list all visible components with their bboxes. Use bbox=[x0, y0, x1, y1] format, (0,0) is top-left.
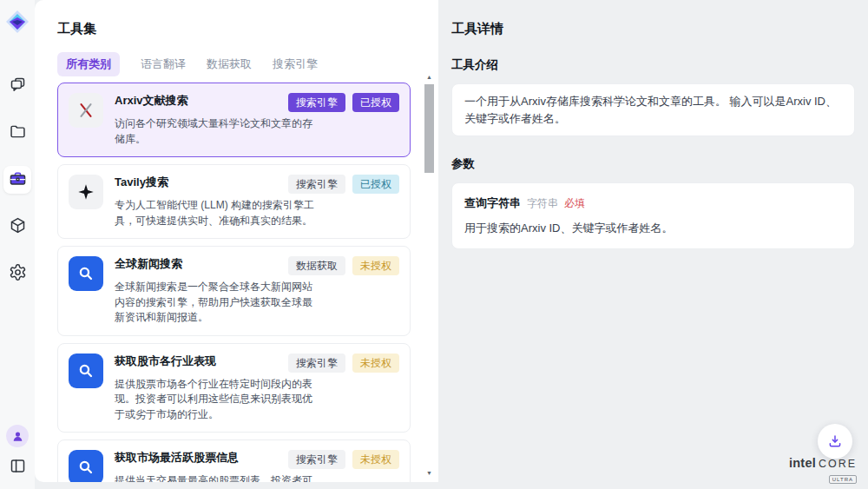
detail-title: 工具详情 bbox=[451, 21, 855, 37]
sidebar-nav bbox=[3, 72, 31, 287]
user-icon bbox=[10, 429, 25, 444]
category-badge: 数据获取 bbox=[288, 256, 345, 275]
param-name: 查询字符串 bbox=[464, 195, 521, 212]
auth-status-badge: 已授权 bbox=[352, 175, 399, 194]
category-badge: 搜索引擎 bbox=[288, 354, 345, 373]
tool-description: 提供当天交易量最高的股票列表，投资者可以利用这些信息来识别流动性强的股票和潜在的… bbox=[115, 473, 321, 482]
tab-all-categories[interactable]: 所有类别 bbox=[57, 52, 120, 76]
auth-status-badge: 未授权 bbox=[352, 450, 399, 469]
stock-search-icon bbox=[69, 354, 103, 388]
tool-description: 访问各个研究领域大量科学论文和文章的存储库。 bbox=[115, 116, 321, 147]
sidebar-item-files[interactable] bbox=[3, 119, 31, 147]
tool-badges: 搜索引擎 未授权 bbox=[288, 354, 399, 373]
toolbox-icon bbox=[9, 169, 27, 191]
tool-card-global-news[interactable]: 全球新闻搜索 数据获取 未授权 全球新闻搜索是一个聚合全球各大新闻网站内容的搜索… bbox=[57, 246, 411, 336]
auth-status-badge: 已授权 bbox=[352, 93, 399, 112]
page-title: 工具集 bbox=[57, 21, 411, 37]
tool-name: 全球新闻搜索 bbox=[115, 256, 288, 271]
panel-layout-icon bbox=[9, 457, 27, 479]
tool-card-body: 全球新闻搜索 数据获取 未授权 全球新闻搜索是一个聚合全球各大新闻网站内容的搜索… bbox=[115, 256, 399, 326]
arxiv-logo-icon bbox=[69, 93, 103, 128]
param-description: 用于搜索的Arxiv ID、关键字或作者姓名。 bbox=[464, 220, 842, 237]
tool-card-body: 获取市场最活跃股票信息 搜索引擎 未授权 提供当天交易量最高的股票列表，投资者可… bbox=[115, 450, 399, 482]
chat-icon bbox=[9, 76, 27, 97]
param-type: 字符串 bbox=[527, 195, 558, 211]
news-search-icon bbox=[69, 256, 103, 291]
tool-name: 获取市场最活跃股票信息 bbox=[115, 450, 288, 465]
sidebar-item-chat[interactable] bbox=[3, 72, 31, 100]
tavily-star-icon bbox=[69, 175, 103, 209]
core-wordmark: CORE bbox=[819, 459, 857, 470]
scroll-down-arrow[interactable]: ▼ bbox=[424, 469, 435, 478]
tab-language-translation[interactable]: 语言翻译 bbox=[141, 52, 186, 76]
tool-card-body: Arxiv文献搜索 搜索引擎 已授权 访问各个研究领域大量科学论文和文章的存储库… bbox=[115, 93, 399, 147]
tool-card-arxiv[interactable]: Arxiv文献搜索 搜索引擎 已授权 访问各个研究领域大量科学论文和文章的存储库… bbox=[57, 83, 411, 157]
tool-card-active-stocks[interactable]: 获取市场最活跃股票信息 搜索引擎 未授权 提供当天交易量最高的股票列表，投资者可… bbox=[57, 439, 411, 482]
tool-badges: 搜索引擎 已授权 bbox=[288, 93, 399, 112]
tool-name: Tavily搜索 bbox=[115, 175, 288, 189]
user-avatar[interactable] bbox=[6, 425, 29, 447]
category-badge: 搜索引擎 bbox=[288, 450, 345, 469]
list-scrollbar: ▲ ▼ bbox=[424, 73, 435, 478]
tool-list-panel: 工具集 所有类别 语言翻译 数据获取 搜索引擎 Arxiv文献搜索 搜索引擎 已… bbox=[35, 0, 438, 482]
tool-card-tavily[interactable]: Tavily搜索 搜索引擎 已授权 专为人工智能代理 (LLM) 构建的搜索引擎… bbox=[57, 164, 411, 239]
ultra-badge: ultra bbox=[829, 475, 857, 484]
category-tabs: 所有类别 语言翻译 数据获取 搜索引擎 bbox=[57, 52, 411, 76]
tool-description: 全球新闻搜索是一个聚合全球各大新闻网站内容的搜索引擎，帮助用户快速获取全球最新资… bbox=[115, 280, 321, 326]
tool-card-body: 获取股市各行业表现 搜索引擎 未授权 提供股票市场各个行业在特定时间段内的表现。… bbox=[115, 354, 399, 423]
bottom-strip bbox=[35, 482, 438, 489]
intel-core-logo: intel CORE ultra bbox=[789, 457, 857, 484]
tool-card-stock-sectors[interactable]: 获取股市各行业表现 搜索引擎 未授权 提供股票市场各个行业在特定时间段内的表现。… bbox=[57, 343, 411, 433]
tool-name: Arxiv文献搜索 bbox=[115, 93, 288, 108]
tool-description: 专为人工智能代理 (LLM) 构建的搜索引擎工具，可快速提供实时、准确和真实的结… bbox=[115, 198, 321, 228]
intro-text: 一个用于从Arxiv存储库搜索科学论文和文章的工具。 输入可以是Arxiv ID… bbox=[464, 95, 837, 125]
tool-badges: 搜索引擎 已授权 bbox=[288, 175, 399, 194]
sidebar-item-settings[interactable] bbox=[3, 260, 31, 287]
auth-status-badge: 未授权 bbox=[352, 256, 399, 275]
category-badge: 搜索引擎 bbox=[288, 175, 345, 194]
sidebar-bottom bbox=[6, 425, 29, 479]
scrollbar-thumb[interactable] bbox=[424, 84, 434, 173]
tool-name: 获取股市各行业表现 bbox=[115, 354, 288, 368]
intro-card: 一个用于从Arxiv存储库搜索科学论文和文章的工具。 输入可以是Arxiv ID… bbox=[451, 83, 855, 136]
app-logo bbox=[5, 10, 30, 34]
tool-card-body: Tavily搜索 搜索引擎 已授权 专为人工智能代理 (LLM) 构建的搜索引擎… bbox=[115, 175, 399, 228]
tool-detail-panel: 工具详情 工具介绍 一个用于从Arxiv存储库搜索科学论文和文章的工具。 输入可… bbox=[438, 0, 868, 489]
folder-icon bbox=[9, 122, 27, 144]
auth-status-badge: 未授权 bbox=[352, 354, 399, 373]
scroll-up-arrow[interactable]: ▲ bbox=[424, 73, 435, 82]
params-heading: 参数 bbox=[451, 156, 855, 172]
download-button[interactable] bbox=[818, 424, 852, 459]
sidebar-item-tools[interactable] bbox=[3, 166, 31, 194]
tab-search-engine[interactable]: 搜索引擎 bbox=[273, 52, 318, 76]
gear-icon bbox=[9, 263, 27, 285]
tool-badges: 数据获取 未授权 bbox=[288, 256, 399, 275]
stock-search-icon bbox=[69, 450, 103, 482]
panel-toggle-button[interactable] bbox=[6, 456, 29, 479]
param-card: 查询字符串 字符串 必填 用于搜索的Arxiv ID、关键字或作者姓名。 bbox=[451, 182, 855, 249]
tool-description: 提供股票市场各个行业在特定时间段内的表现。投资者可以利用这些信息来识别表现优于或… bbox=[115, 377, 321, 423]
intel-wordmark: intel bbox=[789, 457, 816, 470]
tool-list: Arxiv文献搜索 搜索引擎 已授权 访问各个研究领域大量科学论文和文章的存储库… bbox=[57, 83, 411, 482]
category-badge: 搜索引擎 bbox=[288, 93, 345, 112]
sidebar-rail bbox=[0, 0, 35, 489]
sidebar-item-packages[interactable] bbox=[3, 213, 31, 241]
tab-data-acquisition[interactable]: 数据获取 bbox=[207, 52, 252, 76]
param-required-flag: 必填 bbox=[564, 195, 585, 211]
intro-heading: 工具介绍 bbox=[451, 57, 855, 73]
cube-icon bbox=[9, 216, 27, 238]
download-icon bbox=[827, 433, 843, 449]
tool-badges: 搜索引擎 未授权 bbox=[288, 450, 399, 469]
